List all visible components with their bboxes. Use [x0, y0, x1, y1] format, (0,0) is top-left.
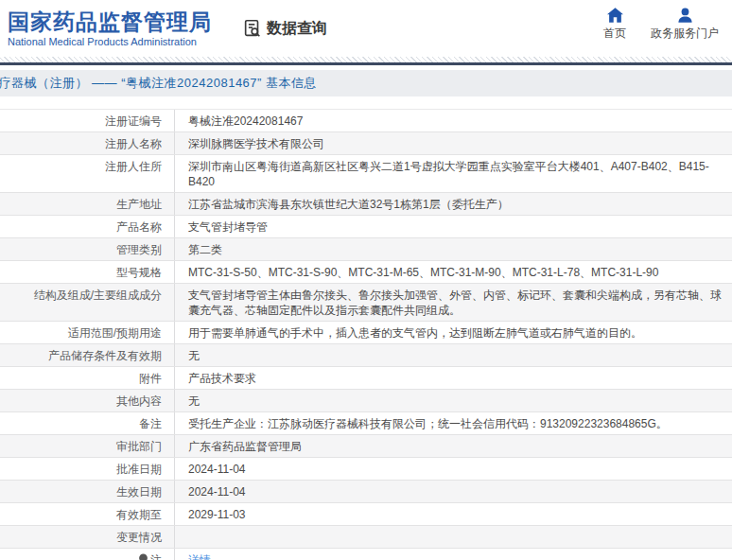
table-row: 其他内容无 — [0, 390, 732, 412]
logo-subtitle-en: National Medical Products Administration — [8, 36, 212, 47]
header-divider-line — [0, 62, 732, 65]
page-title-bar: 医疗器械（注册） —— “粤械注准20242081467” 基本信息 — [0, 70, 732, 96]
data-query-tab[interactable]: 数据查询 — [242, 18, 327, 39]
row-label: 注册人住所 — [0, 155, 175, 192]
row-value: 2024-11-04 — [175, 481, 732, 502]
site-header: 国家药品监督管理局 National Medical Products Admi… — [0, 0, 732, 57]
nav-home-label: 首页 — [603, 26, 626, 42]
nav-home[interactable]: 首页 — [603, 8, 626, 42]
table-row: 型号规格MTC-31-S-50、MTC-31-S-90、MTC-31-M-65、… — [0, 261, 732, 284]
row-value — [175, 526, 732, 548]
table-row: 备注受托生产企业：江苏脉动医疗器械科技有限公司；统一社会信用代码：9132092… — [0, 412, 732, 435]
table-row: 产品名称支气管封堵导管 — [0, 216, 732, 238]
row-label: 审批部门 — [0, 435, 175, 457]
row-value: 产品技术要求 — [175, 367, 732, 389]
row-label: 生产地址 — [0, 193, 175, 215]
page-title: 医疗器械（注册） —— “粤械注准20242081467” 基本信息 — [0, 75, 317, 92]
row-value: 无 — [175, 344, 732, 366]
row-label: 产品储存条件及有效期 — [0, 344, 175, 366]
row-value: 广东省药品监督管理局 — [175, 435, 732, 457]
table-row: 批准日期2024-11-04 — [0, 458, 732, 481]
registration-info-table: 注册证编号粤械注准20242081467注册人名称深圳脉腾医学技术有限公司注册人… — [0, 109, 732, 560]
row-label: 注 — [0, 549, 175, 560]
row-label: 注册人名称 — [0, 132, 175, 154]
row-value: 2024-11-04 — [175, 458, 732, 480]
table-row: 注册人名称深圳脉腾医学技术有限公司 — [0, 132, 732, 155]
logo-title-cn: 国家药品监督管理局 — [8, 9, 212, 34]
user-icon — [677, 8, 693, 23]
row-value: 2029-11-03 — [175, 503, 732, 525]
row-label: 管理类别 — [0, 238, 175, 260]
row-value: 详情 — [175, 549, 732, 560]
row-label: 适用范围/预期用途 — [0, 322, 175, 343]
row-value: 支气管封堵导管 — [175, 216, 732, 237]
lightbulb-icon — [138, 552, 148, 560]
table-row: 注详情 — [0, 549, 732, 560]
table-row: 生效日期2024-11-04 — [0, 481, 732, 503]
table-row: 结构及组成/主要组成成分支气管封堵导管主体由鲁尔接头、鲁尔接头加强管、外管、内管… — [0, 284, 732, 322]
row-label: 附件 — [0, 367, 175, 389]
top-nav: 首页 政务服务门户 — [603, 8, 719, 42]
row-value: 用于需要单肺通气的手术中，插入患者的支气管内，达到阻断左肺气道或右肺气道的目的。 — [175, 322, 732, 343]
row-value: 粤械注准20242081467 — [175, 110, 732, 131]
nav-gov-portal-label: 政务服务门户 — [651, 26, 719, 42]
row-label: 型号规格 — [0, 261, 175, 283]
row-label: 注册证编号 — [0, 110, 175, 131]
nav-gov-portal[interactable]: 政务服务门户 — [651, 8, 719, 42]
table-row: 附件产品技术要求 — [0, 367, 732, 390]
row-value: 江苏省盐城市滨海县东坎镇世纪大道32号1栋第1层（委托生产） — [175, 193, 732, 215]
row-label: 变更情况 — [0, 526, 175, 548]
row-label: 结构及组成/主要组成成分 — [0, 284, 175, 321]
table-row: 审批部门广东省药品监督管理局 — [0, 435, 732, 458]
row-value: MTC-31-S-50、MTC-31-S-90、MTC-31-M-65、MTC-… — [175, 261, 732, 283]
home-icon — [607, 8, 623, 23]
data-query-label: 数据查询 — [267, 19, 327, 39]
row-label: 有效期至 — [0, 503, 175, 525]
row-label: 生效日期 — [0, 481, 175, 502]
table-row: 产品储存条件及有效期无 — [0, 344, 732, 367]
row-value: 受托生产企业：江苏脉动医疗器械科技有限公司；统一社会信用代码：913209223… — [175, 412, 732, 434]
nmpa-logo[interactable]: 国家药品监督管理局 National Medical Products Admi… — [8, 9, 212, 46]
table-row: 变更情况 — [0, 526, 732, 549]
row-label: 产品名称 — [0, 216, 175, 237]
detail-link[interactable]: 详情 — [188, 553, 211, 560]
row-value: 深圳脉腾医学技术有限公司 — [175, 132, 732, 154]
table-row: 管理类别第二类 — [0, 238, 732, 261]
row-label: 其他内容 — [0, 390, 175, 411]
table-row: 有效期至2029-11-03 — [0, 503, 732, 526]
row-value: 深圳市南山区粤海街道高新区社区粤兴二道1号虚拟大学园重点实验室平台大楼401、A… — [175, 155, 732, 192]
row-value: 支气管封堵导管主体由鲁尔接头、鲁尔接头加强管、外管、内管、标记环、套囊和尖端构成… — [175, 284, 732, 321]
data-query-icon — [242, 18, 263, 39]
row-label: 备注 — [0, 412, 175, 434]
table-row: 注册证编号粤械注准20242081467 — [0, 109, 732, 132]
row-value: 第二类 — [175, 238, 732, 260]
table-row: 适用范围/预期用途用于需要单肺通气的手术中，插入患者的支气管内，达到阻断左肺气道… — [0, 322, 732, 344]
row-label: 批准日期 — [0, 458, 175, 480]
row-value: 无 — [175, 390, 732, 411]
table-row: 生产地址江苏省盐城市滨海县东坎镇世纪大道32号1栋第1层（委托生产） — [0, 193, 732, 216]
table-row: 注册人住所深圳市南山区粤海街道高新区社区粤兴二道1号虚拟大学园重点实验室平台大楼… — [0, 155, 732, 193]
